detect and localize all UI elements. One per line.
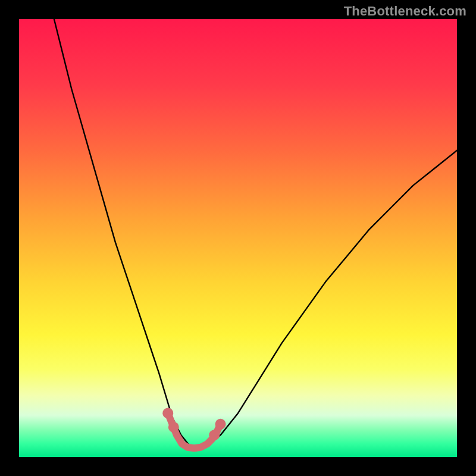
marker-dot [215,419,226,430]
marker-dot [168,422,179,433]
marker-dot [209,430,220,440]
marker-dot [162,408,173,418]
gradient-background [19,19,457,457]
plot-area [19,19,457,457]
chart-frame: TheBottleneck.com [0,0,476,476]
watermark-text: TheBottleneck.com [344,4,466,19]
chart-svg [19,19,457,457]
